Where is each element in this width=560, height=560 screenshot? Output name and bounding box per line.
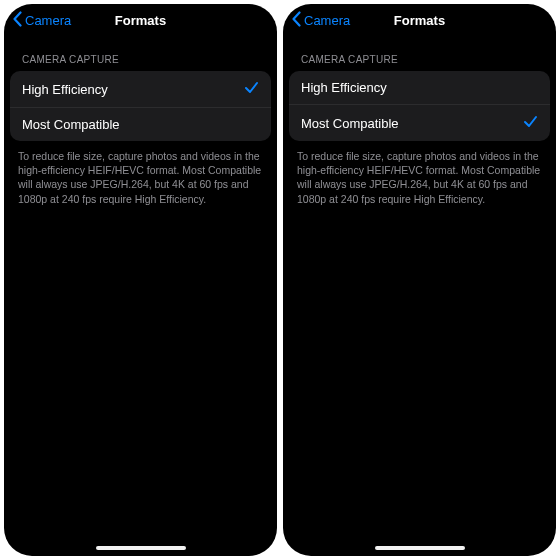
options-list: High Efficiency Most Compatible — [289, 71, 550, 141]
back-button[interactable]: Camera — [12, 11, 71, 30]
page-title: Formats — [394, 13, 445, 28]
navbar: Camera Formats — [4, 4, 277, 36]
option-label: Most Compatible — [301, 116, 399, 131]
section-header: CAMERA CAPTURE — [283, 36, 556, 71]
option-label: High Efficiency — [22, 82, 108, 97]
home-indicator[interactable] — [375, 546, 465, 550]
navbar: Camera Formats — [283, 4, 556, 36]
phone-screen-right: Camera Formats CAMERA CAPTURE High Effic… — [283, 4, 556, 556]
option-label: High Efficiency — [301, 80, 387, 95]
checkmark-icon — [244, 80, 259, 98]
option-high-efficiency[interactable]: High Efficiency — [289, 71, 550, 104]
footer-text: To reduce file size, capture photos and … — [283, 141, 556, 214]
back-label: Camera — [304, 13, 350, 28]
section-header: CAMERA CAPTURE — [4, 36, 277, 71]
footer-text: To reduce file size, capture photos and … — [4, 141, 277, 214]
chevron-left-icon — [12, 11, 23, 30]
phone-screen-left: Camera Formats CAMERA CAPTURE High Effic… — [4, 4, 277, 556]
back-button[interactable]: Camera — [291, 11, 350, 30]
option-high-efficiency[interactable]: High Efficiency — [10, 71, 271, 107]
option-most-compatible[interactable]: Most Compatible — [289, 104, 550, 141]
option-most-compatible[interactable]: Most Compatible — [10, 107, 271, 141]
checkmark-icon — [523, 114, 538, 132]
option-label: Most Compatible — [22, 117, 120, 132]
options-list: High Efficiency Most Compatible — [10, 71, 271, 141]
page-title: Formats — [115, 13, 166, 28]
home-indicator[interactable] — [96, 546, 186, 550]
chevron-left-icon — [291, 11, 302, 30]
back-label: Camera — [25, 13, 71, 28]
